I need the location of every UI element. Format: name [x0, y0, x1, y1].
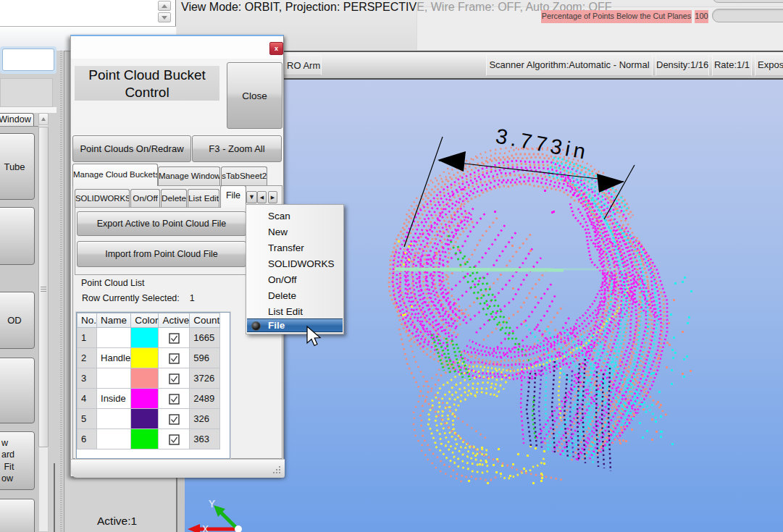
svg-text:X: X [202, 524, 209, 532]
svg-text:Y: Y [209, 499, 215, 511]
